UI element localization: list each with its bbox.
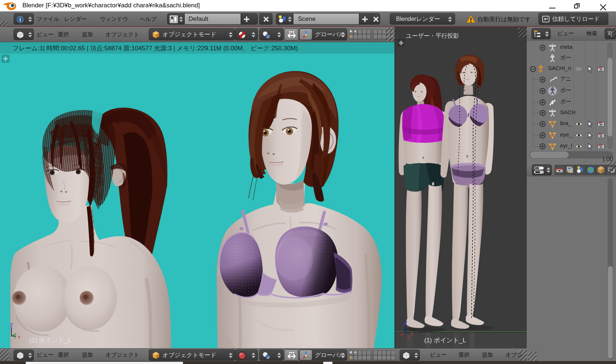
svg-text:y: y — [14, 334, 16, 339]
svg-text:Z: Z — [10, 322, 13, 328]
svg-text:x: x — [18, 334, 21, 339]
svg-text:_y: _y — [408, 331, 413, 336]
svg-text:Z: Z — [404, 320, 407, 326]
svg-text:i: i — [19, 17, 21, 22]
